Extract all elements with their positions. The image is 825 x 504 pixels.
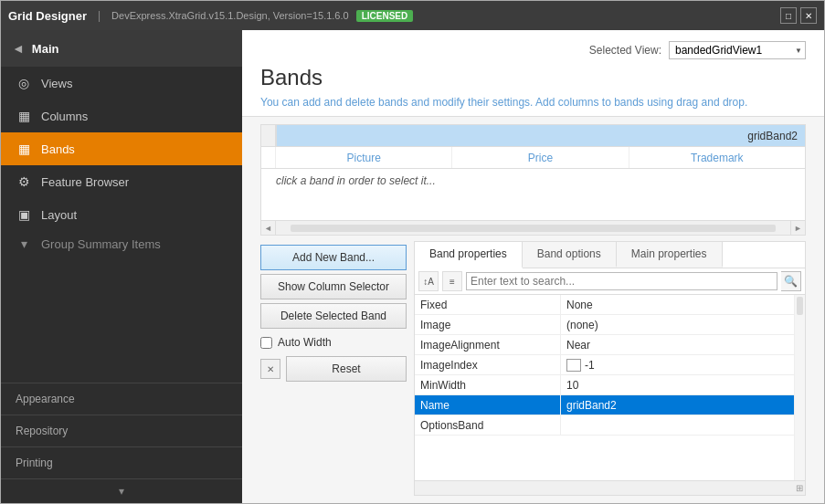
- prop-value-fixed: None: [561, 295, 794, 314]
- close-button[interactable]: ✕: [800, 7, 817, 24]
- license-badge: LICENSED: [356, 10, 414, 22]
- prop-name-minwidth: MinWidth: [415, 375, 561, 394]
- properties-tabs: Band properties Band options Main proper…: [415, 242, 805, 268]
- title-bar: Grid Designer | DevExpress.XtraGrid.v15.…: [1, 1, 824, 30]
- reset-row: ✕ Reset: [260, 356, 407, 382]
- minimize-button[interactable]: □: [780, 7, 797, 24]
- content-description: You can add and delete bands and modify …: [260, 96, 806, 109]
- prop-value-image: (none): [561, 315, 794, 334]
- content-header: Selected View: bandedGridView1 Bands You…: [242, 30, 824, 117]
- props-toolbar: ↕A ≡ 🔍: [415, 268, 805, 295]
- columns-icon: ▦: [16, 109, 32, 123]
- sidebar: ◄ Main ◎ Views ▦ Columns ▦ Bands ⚙: [1, 30, 242, 503]
- sidebar-item-columns[interactable]: ▦ Columns: [1, 100, 242, 132]
- layout-icon: ▣: [16, 207, 32, 222]
- tab-band-options[interactable]: Band options: [523, 242, 617, 268]
- band-grid: gridBand2 Picture Price Trademark click …: [260, 124, 806, 236]
- sidebar-item-layout[interactable]: ▣ Layout: [1, 198, 242, 231]
- band-cell-gridband2[interactable]: gridBand2: [276, 125, 805, 147]
- prop-value-imageindex: -1: [561, 355, 794, 374]
- table-row[interactable]: Name gridBand2: [415, 395, 794, 415]
- prop-name-name: Name: [415, 395, 561, 415]
- table-row: MinWidth 10: [415, 375, 794, 395]
- auto-width-checkbox[interactable]: [260, 337, 272, 349]
- views-icon: ◎: [16, 76, 32, 90]
- scrollbar-track[interactable]: [291, 225, 776, 232]
- sidebar-nav: ◎ Views ▦ Columns ▦ Bands ⚙ Feature Brow…: [1, 67, 242, 383]
- table-row: ImageAlignment Near: [415, 335, 794, 355]
- view-selector-wrapper: bandedGridView1: [669, 41, 806, 59]
- tab-main-properties[interactable]: Main properties: [617, 242, 723, 268]
- table-row: Image (none): [415, 315, 794, 335]
- window-controls: □ ✕: [780, 7, 817, 24]
- col-spacer: [261, 147, 276, 168]
- prop-value-optionsband: [561, 415, 794, 435]
- sidebar-item-feature-browser[interactable]: ⚙ Feature Browser: [1, 165, 242, 198]
- scroll-left-btn[interactable]: ◄: [261, 221, 276, 236]
- tab-band-properties[interactable]: Band properties: [415, 242, 523, 268]
- bands-icon: ▦: [16, 142, 32, 156]
- band-empty-space: [261, 193, 805, 220]
- sidebar-item-bands-label: Bands: [41, 142, 75, 156]
- prop-name-imageindex: ImageIndex: [415, 355, 561, 374]
- properties-panel: Band properties Band options Main proper…: [414, 241, 806, 496]
- search-button[interactable]: 🔍: [781, 271, 801, 291]
- auto-width-row: Auto Width: [260, 336, 407, 349]
- sidebar-item-views[interactable]: ◎ Views: [1, 67, 242, 100]
- view-selector-row: Selected View: bandedGridView1: [260, 41, 806, 59]
- view-selector-label: Selected View:: [589, 44, 661, 57]
- sidebar-section-printing[interactable]: Printing: [1, 446, 242, 478]
- sort-cat-btn[interactable]: ≡: [442, 271, 462, 291]
- add-band-button[interactable]: Add New Band...: [260, 245, 407, 270]
- table-row: Fixed None: [415, 295, 794, 315]
- band-col-trademark[interactable]: Trademark: [629, 147, 805, 168]
- grid-corner: [261, 125, 276, 147]
- main-layout: ◄ Main ◎ Views ▦ Columns ▦ Bands ⚙: [1, 30, 824, 503]
- back-icon[interactable]: ◄: [12, 41, 25, 56]
- prop-name-fixed: Fixed: [415, 295, 561, 314]
- sidebar-header: ◄ Main: [1, 30, 242, 67]
- delete-band-button[interactable]: Delete Selected Band: [260, 303, 407, 329]
- sidebar-header-label: Main: [32, 42, 59, 56]
- prop-name-imagealignment: ImageAlignment: [415, 335, 561, 354]
- search-input[interactable]: [466, 272, 777, 290]
- sidebar-scroll-down[interactable]: ▾: [1, 478, 242, 503]
- band-columns-row: Picture Price Trademark: [261, 147, 805, 169]
- prop-value-imagealignment: Near: [561, 335, 794, 354]
- auto-width-label: Auto Width: [278, 336, 332, 349]
- app-title: Grid Designer: [8, 9, 87, 23]
- sidebar-item-columns-label: Columns: [41, 110, 88, 123]
- props-grid: Fixed None Image (none) ImageAlignment N…: [415, 295, 794, 480]
- scrollbar-thumb[interactable]: [797, 297, 803, 315]
- sidebar-item-group-summary-label: Group Summary Items: [41, 237, 161, 251]
- view-selector[interactable]: bandedGridView1: [669, 41, 806, 59]
- resize-icon: ⊞: [796, 483, 803, 493]
- band-col-picture[interactable]: Picture: [276, 147, 452, 168]
- props-resize-handle[interactable]: ⊞: [415, 480, 805, 495]
- band-scrollbar: ◄ ►: [261, 220, 805, 235]
- reset-button[interactable]: Reset: [286, 356, 407, 382]
- prop-value-name: gridBand2: [561, 395, 794, 415]
- table-row: ImageIndex -1: [415, 355, 794, 375]
- sidebar-item-feature-label: Feature Browser: [41, 175, 129, 189]
- sidebar-section-repository[interactable]: Repository: [1, 415, 242, 446]
- content-area: Selected View: bandedGridView1 Bands You…: [242, 30, 824, 503]
- app-version: DevExpress.XtraGrid.v15.1.Design, Versio…: [111, 10, 349, 21]
- image-preview-box: [566, 359, 581, 372]
- band-header-row: gridBand2: [261, 125, 805, 147]
- reset-x-button[interactable]: ✕: [260, 359, 280, 379]
- group-summary-icon: ▾: [16, 236, 32, 251]
- sort-alpha-btn[interactable]: ↕A: [418, 271, 439, 291]
- prop-name-optionsband: OptionsBand: [415, 415, 561, 435]
- sidebar-item-bands[interactable]: ▦ Bands: [1, 132, 242, 165]
- sidebar-item-group-summary[interactable]: ▾ Group Summary Items: [1, 231, 242, 257]
- prop-value-minwidth: 10: [561, 375, 794, 394]
- sidebar-section-appearance[interactable]: Appearance: [1, 383, 242, 415]
- title-sep: |: [98, 9, 100, 22]
- button-panel: Add New Band... Show Column Selector Del…: [260, 241, 407, 496]
- main-window: Grid Designer | DevExpress.XtraGrid.v15.…: [0, 0, 825, 504]
- scroll-right-btn[interactable]: ►: [790, 221, 805, 236]
- show-column-selector-button[interactable]: Show Column Selector: [260, 274, 407, 299]
- feature-browser-icon: ⚙: [16, 174, 32, 189]
- band-col-price[interactable]: Price: [452, 147, 629, 168]
